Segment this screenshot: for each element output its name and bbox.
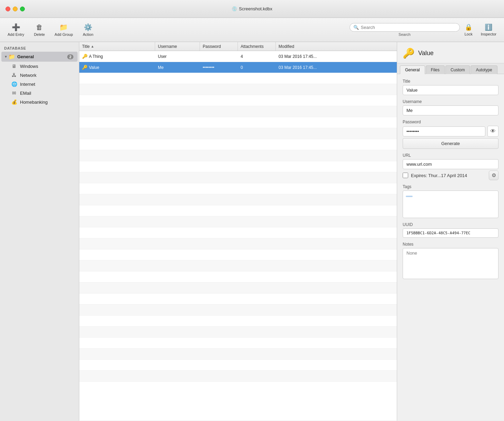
expires-settings-button[interactable]: ⚙ — [489, 171, 498, 180]
url-field-group: URL Expires: Thur...17 April 2014 ⚙ — [403, 153, 498, 180]
empty-row — [79, 84, 397, 95]
url-input[interactable] — [403, 159, 498, 169]
sidebar-item-network[interactable]: 🖧 Network — [1, 71, 78, 80]
entry-attachments: 4 — [238, 54, 276, 59]
entry-password: •••••••• — [200, 65, 238, 70]
sidebar-group-general[interactable]: ▼ 📁 General 2 — [1, 52, 78, 62]
col-header-password[interactable]: Password — [200, 42, 238, 51]
empty-row — [79, 283, 397, 294]
inspector-panel: 🔑 Value General Files Custom Autotype Ti… — [397, 42, 504, 421]
tags-area[interactable] — [403, 191, 498, 218]
homebanking-icon: 💰 — [11, 99, 17, 105]
folder-icon: 📁 — [8, 53, 15, 60]
sidebar-item-email[interactable]: ✉ EMail — [1, 89, 78, 97]
sidebar-item-internet[interactable]: 🌐 Internet — [1, 80, 78, 89]
col-modified-label: Modified — [279, 44, 294, 49]
action-button[interactable]: ⚙️ Action — [78, 21, 99, 39]
add-entry-icon: ➕ — [12, 23, 20, 31]
entry-rows: 🔑 A Thing User 4 03 Mar 2016 17:45... 🔑 … — [79, 51, 397, 421]
generate-button[interactable]: Generate — [403, 138, 498, 149]
add-group-icon: 📁 — [59, 23, 68, 31]
tab-autotype[interactable]: Autotype — [471, 65, 497, 74]
table-row[interactable]: 🔑 A Thing User 4 03 Mar 2016 17:45... — [79, 51, 397, 62]
expires-checkbox[interactable] — [403, 173, 408, 178]
empty-row — [79, 172, 397, 183]
password-input[interactable] — [403, 126, 485, 136]
tags-field-group: Tags — [403, 184, 498, 218]
windows-icon: 🖥 — [11, 63, 17, 69]
close-button[interactable] — [6, 7, 10, 11]
minimize-button[interactable] — [13, 7, 18, 11]
empty-row — [79, 194, 397, 205]
action-icon: ⚙️ — [84, 23, 92, 31]
notes-label: Notes — [403, 242, 498, 247]
uuid-label: UUID — [403, 222, 498, 227]
entry-username: Me — [155, 65, 200, 70]
inspector-button[interactable]: ℹ️ Inspector — [477, 21, 500, 38]
gear-icon: ⚙ — [492, 172, 496, 178]
empty-row — [79, 161, 397, 172]
search-label: Search — [399, 32, 411, 37]
empty-row — [79, 205, 397, 216]
col-header-username[interactable]: Username — [155, 42, 200, 51]
col-header-modified[interactable]: Modified — [276, 42, 397, 51]
empty-row — [79, 95, 397, 106]
add-entry-button[interactable]: ➕ Add Entry — [4, 21, 28, 39]
entry-modified: 03 Mar 2016 17:45... — [276, 54, 397, 59]
entry-list-header: Title ▲ Username Password Attachments Mo… — [79, 42, 397, 51]
password-label: Password — [403, 120, 498, 124]
empty-row — [79, 360, 397, 371]
search-input[interactable] — [361, 25, 456, 30]
maximize-button[interactable] — [20, 7, 25, 11]
col-header-attachments[interactable]: Attachments — [238, 42, 276, 51]
empty-row — [79, 327, 397, 338]
main-layout: Database ▼ 📁 General 2 🖥 Windows 🖧 Netwo… — [0, 42, 504, 421]
email-icon: ✉ — [11, 90, 17, 96]
empty-row — [79, 216, 397, 227]
internet-icon: 🌐 — [11, 81, 17, 87]
empty-row — [79, 128, 397, 139]
empty-row — [79, 139, 397, 150]
expires-text: Expires: Thur...17 April 2014 — [411, 173, 486, 178]
empty-row — [79, 305, 397, 316]
tab-custom[interactable]: Custom — [445, 65, 470, 74]
sidebar-item-windows[interactable]: 🖥 Windows — [1, 62, 78, 71]
notes-textarea[interactable] — [403, 248, 498, 279]
empty-row — [79, 316, 397, 327]
expand-arrow: ▼ — [4, 55, 8, 59]
uuid-input[interactable] — [403, 228, 498, 238]
window-title: 💿 Screenshot.kdbx — [232, 6, 272, 11]
password-row: 👁 — [403, 126, 498, 137]
delete-button[interactable]: 🗑 Delete — [29, 21, 50, 39]
toolbar: ➕ Add Entry 🗑 Delete 📁 Add Group ⚙️ Acti… — [0, 18, 504, 42]
lock-button[interactable]: 🔒 Lock — [461, 21, 476, 38]
url-label: URL — [403, 153, 498, 158]
inspector-header: 🔑 Value — [397, 42, 504, 63]
titlebar: 💿 Screenshot.kdbx — [0, 0, 504, 18]
table-row[interactable]: 🔑 Value Me •••••••• 0 03 Mar 2016 17:45.… — [79, 62, 397, 73]
empty-row — [79, 294, 397, 305]
empty-row — [79, 238, 397, 249]
search-area: 🔍 Search — [350, 23, 460, 37]
lock-icon: 🔒 — [465, 23, 472, 31]
tab-general[interactable]: General — [400, 65, 425, 74]
add-group-button[interactable]: 📁 Add Group — [51, 21, 76, 39]
tag-pill — [406, 196, 413, 197]
show-password-button[interactable]: 👁 — [487, 126, 498, 137]
entry-title: 🔑 Value — [79, 65, 155, 70]
sort-arrow: ▲ — [91, 44, 94, 48]
inspector-key-icon: 🔑 — [403, 48, 415, 59]
traffic-lights — [6, 7, 25, 11]
title-label: Title — [403, 79, 498, 84]
col-header-title[interactable]: Title ▲ — [79, 42, 155, 51]
title-input[interactable] — [403, 85, 498, 95]
sidebar-item-homebanking[interactable]: 💰 Homebanking — [1, 97, 78, 106]
delete-icon: 🗑 — [36, 23, 43, 31]
username-label: Username — [403, 99, 498, 104]
password-field-group: Password 👁 Generate — [403, 120, 498, 149]
username-input[interactable] — [403, 105, 498, 115]
tab-files[interactable]: Files — [426, 65, 445, 74]
empty-row — [79, 271, 397, 283]
network-icon: 🖧 — [11, 72, 17, 78]
sidebar: Database ▼ 📁 General 2 🖥 Windows 🖧 Netwo… — [0, 42, 79, 421]
